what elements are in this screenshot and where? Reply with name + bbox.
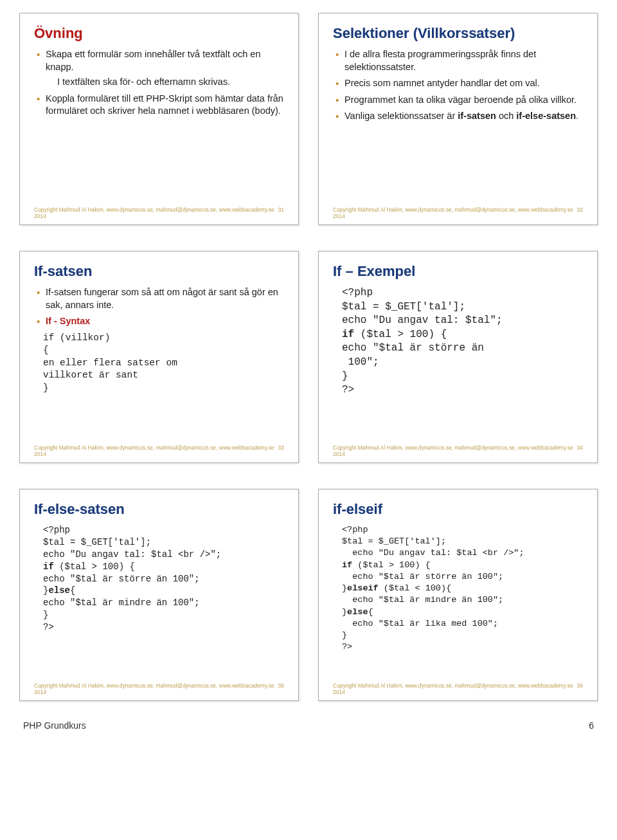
code-block: if (villkor) { en eller flera satser om …: [34, 332, 284, 395]
copyright-text: Copyright Mahmud Al Hakim, www.dynamicos…: [34, 682, 278, 695]
code-line: ?>: [342, 642, 352, 652]
slide-content: <?php $tal = $_GET['tal']; echo "Du anga…: [333, 524, 583, 679]
bold-text: if-satsen: [458, 111, 496, 121]
copyright-text: Copyright Mahmud Al Hakim, www.dynamicos…: [333, 444, 577, 457]
slide-number: 36: [577, 682, 583, 689]
code-text: <?php $tal = $_GET['tal']; echo "Du anga…: [43, 525, 221, 560]
syntax-label: If - Syntax: [46, 316, 90, 326]
code-block: <?php $tal = $_GET['tal']; echo "Du anga…: [34, 524, 284, 634]
keyword: else: [347, 607, 368, 617]
code-text: }: [342, 607, 347, 617]
slide-if-elseif: if-elseif <?php $tal = $_GET['tal']; ech…: [318, 489, 598, 701]
bullet-text: Koppla formuläret till ett PHP-Skript so…: [46, 93, 283, 116]
code-line: <?php: [342, 525, 368, 534]
text: och: [496, 111, 516, 121]
slide-if-satsen: If-satsen If-satsen fungerar som så att …: [19, 251, 299, 463]
code-line: $tal = $_GET['tal'];: [342, 536, 446, 546]
code-line: echo "$tal är lika med 100";: [342, 619, 498, 628]
copyright-text: Copyright Mahmud Al Hakim, www.dynamicos…: [34, 444, 278, 457]
code-text: ($tal > 100) {: [352, 560, 431, 570]
code-line: echo "$tal är större än 100";: [342, 342, 484, 368]
code-line: echo "Du angav tal: $tal <br />";: [342, 548, 524, 558]
slide-if-exempel: If – Exempel <?php $tal = $_GET['tal']; …: [318, 251, 598, 463]
keyword: if: [342, 329, 354, 340]
page-footer-left: PHP Grundkurs: [23, 720, 86, 731]
slide-content: I de allra flesta programmeringsspråk fi…: [333, 48, 583, 203]
bullet: Koppla formuläret till ett PHP-Skript so…: [37, 93, 284, 118]
slide-number: 34: [577, 444, 583, 451]
bullet-text: Skapa ett formulär som innehåller två te…: [46, 49, 260, 72]
slide-footer: Copyright Mahmud Al Hakim, www.dynamicos…: [34, 206, 284, 219]
slide-title: Övning: [34, 25, 284, 42]
keyword: if: [342, 560, 352, 570]
code-line: <?php: [342, 287, 373, 298]
code-line: }: [342, 630, 347, 640]
slide-title: if-elseif: [333, 501, 583, 518]
code-line: echo "Du angav tal: $tal";: [342, 315, 503, 326]
slide-footer: Copyright Mahmud Al Hakim, www.dynamicos…: [333, 444, 583, 457]
copyright-text: Copyright Mahmud Al Hakim, www.dynamicos…: [333, 682, 577, 695]
code-text: {: [368, 607, 373, 617]
slide-title: Selektioner (Villkorssatser): [333, 25, 583, 42]
slide-number: 33: [278, 444, 284, 451]
code-block: <?php $tal = $_GET['tal']; echo "Du anga…: [333, 286, 583, 397]
slide-number: 32: [577, 206, 583, 213]
slide-content: <?php $tal = $_GET['tal']; echo "Du anga…: [333, 286, 583, 441]
code-text: ($tal < 100){: [379, 583, 451, 593]
slide-title: If-satsen: [34, 263, 284, 280]
code-line: echo "$tal är större än 100";: [342, 572, 503, 581]
bold-text: if-else-satsen: [516, 111, 576, 121]
bullet: Vanliga selektionssatser är if-satsen oc…: [335, 110, 583, 123]
slide-footer: Copyright Mahmud Al Hakim, www.dynamicos…: [34, 682, 284, 695]
slide-title: If – Exempel: [333, 263, 583, 280]
code-block: <?php $tal = $_GET['tal']; echo "Du anga…: [333, 524, 583, 653]
slide-number: 31: [278, 206, 284, 213]
code-line: echo "$tal är mindre än 100";: [342, 595, 503, 605]
keyword: elseif: [347, 583, 379, 593]
slide-content: <?php $tal = $_GET['tal']; echo "Du anga…: [34, 524, 284, 679]
bullet: Programmet kan ta olika vägar beroende p…: [335, 94, 583, 107]
bullet: If - Syntax: [37, 315, 284, 328]
copyright-text: Copyright Mahmud Al Hakim, www.dynamicos…: [34, 206, 278, 219]
page: Övning Skapa ett formulär som innehåller…: [0, 0, 617, 737]
bullet: I de allra flesta programmeringsspråk fi…: [335, 48, 583, 73]
slide-title: If-else-satsen: [34, 501, 284, 518]
page-footer: PHP Grundkurs 6: [19, 720, 598, 731]
slide-content: Skapa ett formulär som innehåller två te…: [34, 48, 284, 203]
slide-footer: Copyright Mahmud Al Hakim, www.dynamicos…: [333, 206, 583, 219]
text: Vanliga selektionssatser är: [344, 111, 458, 121]
slide-footer: Copyright Mahmud Al Hakim, www.dynamicos…: [333, 682, 583, 695]
slide-selektioner: Selektioner (Villkorssatser) I de allra …: [318, 13, 598, 225]
slide-ovning: Övning Skapa ett formulär som innehåller…: [19, 13, 299, 225]
slide-footer: Copyright Mahmud Al Hakim, www.dynamicos…: [34, 444, 284, 457]
slide-content: If-satsen fungerar som så att om något ä…: [34, 286, 284, 441]
code-line: $tal = $_GET['tal'];: [342, 301, 465, 313]
text: .: [576, 111, 578, 121]
page-footer-right: 6: [589, 720, 594, 731]
bullet: Precis som namnet antyder handlar det om…: [335, 77, 583, 90]
code-line: ?>: [342, 384, 354, 396]
code-text: }: [342, 583, 347, 593]
copyright-text: Copyright Mahmud Al Hakim, www.dynamicos…: [333, 206, 577, 219]
keyword: else: [48, 585, 70, 596]
slide-number: 35: [278, 682, 284, 689]
code-line: }: [342, 370, 348, 382]
keyword: if: [43, 562, 54, 572]
slides-grid: Övning Skapa ett formulär som innehåller…: [19, 13, 598, 701]
slide-if-else: If-else-satsen <?php $tal = $_GET['tal']…: [19, 489, 299, 701]
bullet: If-satsen fungerar som så att om något ä…: [37, 286, 284, 311]
bullet-subtext: I textfälten ska för- och efternamn skri…: [46, 76, 284, 89]
bullet: Skapa ett formulär som innehåller två te…: [37, 48, 284, 89]
code-text: ($tal > 100) {: [354, 329, 447, 340]
